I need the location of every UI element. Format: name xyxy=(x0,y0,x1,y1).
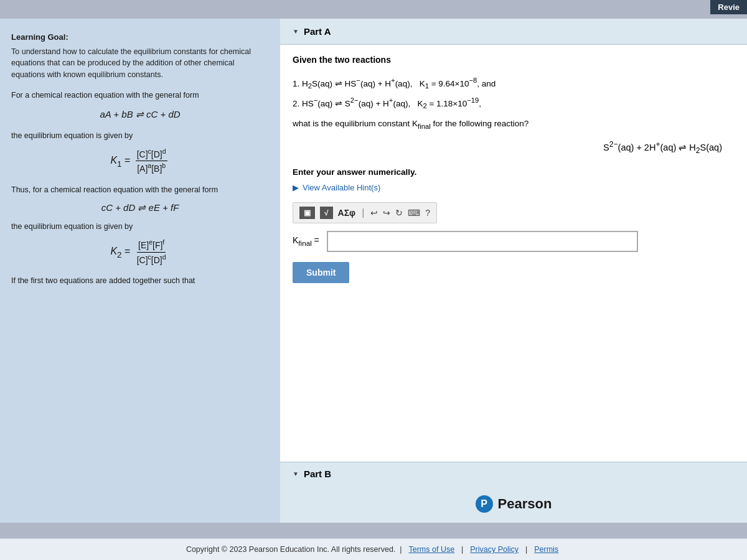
sigma-button[interactable]: ΑΣφ xyxy=(338,208,356,218)
copyright-text: Copyright © 2023 Pearson Education Inc. … xyxy=(186,545,395,554)
help-icon[interactable]: ? xyxy=(425,208,430,218)
answer-row: Kfinal = xyxy=(293,231,735,252)
part-b-label: Part B xyxy=(304,469,331,479)
answer-toolbar: ▣ √ ΑΣφ | ↩ ↪ ↻ ⌨ ? xyxy=(293,202,437,223)
pearson-logo: P Pearson xyxy=(476,495,552,513)
given-by-text-1: the equilibrium equation is given by xyxy=(11,130,269,142)
part-a-header[interactable]: ▼ Part A xyxy=(280,19,747,45)
pearson-text: Pearson xyxy=(498,496,552,512)
footer: Copyright © 2023 Pearson Education Inc. … xyxy=(0,538,747,560)
refresh-icon[interactable]: ↻ xyxy=(395,208,403,218)
submit-button[interactable]: Submit xyxy=(293,262,349,283)
for-chemical-text: For a chemical reaction equation with th… xyxy=(11,90,269,101)
k-final-label: Kfinal = xyxy=(293,235,319,247)
part-a-content: Given the two reactions 1. H2S(aq) ⇌ HS−… xyxy=(280,45,747,462)
pearson-circle-icon: P xyxy=(476,495,493,513)
enter-answer-label: Enter your answer numerically. xyxy=(293,167,735,177)
matrix-button[interactable]: ▣ xyxy=(299,207,315,219)
general-equation-2: cC + dD ⇌ eE + fF xyxy=(11,201,269,215)
part-b-collapse-icon[interactable]: ▼ xyxy=(293,470,299,477)
top-bar-review[interactable]: Revie xyxy=(710,0,747,14)
target-reaction: S2−(aq) + 2H+(aq) ⇌ H2S(aq) xyxy=(293,140,735,155)
view-hints-link[interactable]: ▶ View Available Hint(s) xyxy=(293,183,735,192)
terms-of-use-link[interactable]: Terms of Use xyxy=(409,545,455,554)
redo-icon[interactable]: ↪ xyxy=(383,208,390,218)
given-two-reactions: Given the two reactions xyxy=(293,55,735,65)
k-final-input[interactable] xyxy=(327,231,638,252)
general-equation-1: aA + bB ⇌ cC + dD xyxy=(11,108,269,122)
left-panel: Learning Goal: To understand how to calc… xyxy=(0,19,280,523)
right-triangle-icon: ▶ xyxy=(293,183,299,192)
if-first-text: If the first two equations are added tog… xyxy=(11,275,269,287)
review-label: Revie xyxy=(718,2,740,12)
part-a-label: Part A xyxy=(304,26,331,37)
undo-icon[interactable]: ↩ xyxy=(370,208,378,218)
toolbar-divider: | xyxy=(362,207,364,218)
right-panel: ▼ Part A Given the two reactions 1. H2S(… xyxy=(280,19,747,523)
permissions-link[interactable]: Permis xyxy=(534,545,558,554)
pearson-section: P Pearson xyxy=(280,485,747,523)
k2-equation: K2 = [E]e[F]f [C]c[D]d xyxy=(11,238,269,266)
learning-goal-text: To understand how to calculate the equil… xyxy=(11,46,269,81)
collapse-icon[interactable]: ▼ xyxy=(293,28,299,35)
given-by-text-2: the equilibrium equation is given by xyxy=(11,221,269,233)
reaction-1: 1. H2S(aq) ⇌ HS−(aq) + H+(aq), K1 = 9.64… xyxy=(293,73,735,93)
k1-equation: K1 = [C]c[D]d [A]a[B]b xyxy=(11,147,269,175)
reactions-list: 1. H2S(aq) ⇌ HS−(aq) + H+(aq), K1 = 9.64… xyxy=(293,73,735,113)
learning-goal-title: Learning Goal: xyxy=(11,31,269,44)
part-b-header[interactable]: ▼ Part B xyxy=(280,462,747,485)
what-is-text: what is the equilibrium constant Kfinal … xyxy=(293,119,735,130)
privacy-policy-link[interactable]: Privacy Policy xyxy=(470,545,519,554)
main-container: Learning Goal: To understand how to calc… xyxy=(0,19,747,523)
view-hints-text: View Available Hint(s) xyxy=(303,183,380,192)
sqrt-button[interactable]: √ xyxy=(320,207,333,219)
reaction-2: 2. HS−(aq) ⇌ S2−(aq) + H+(aq), K2 = 1.18… xyxy=(293,93,735,113)
keyboard-icon[interactable]: ⌨ xyxy=(408,208,420,218)
thus-text: Thus, for a chemical reaction equation w… xyxy=(11,184,269,196)
